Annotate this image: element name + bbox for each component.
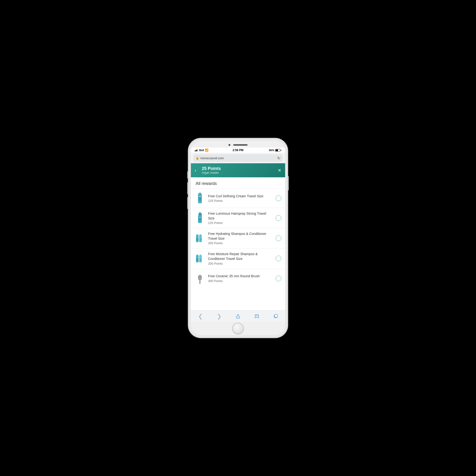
bar1 <box>195 151 195 151</box>
reward-info: Free Moisture Repair Shampoo & Condition… <box>208 252 273 265</box>
reward-points: 125 Points <box>208 199 273 203</box>
lock-icon: 🔒 <box>196 156 199 160</box>
reward-radio[interactable] <box>276 195 281 201</box>
reward-info: Free Hydrating Shampoo & Conditioner Tra… <box>208 232 273 245</box>
reward-name: Free Luminous Hairspray Strong Travel Si… <box>208 211 273 221</box>
svg-rect-25 <box>200 280 200 284</box>
svg-rect-8 <box>199 217 201 218</box>
reward-item[interactable]: Free Curl Defining Cream Travel Size 125… <box>191 188 285 208</box>
product-bottle-svg <box>196 212 204 224</box>
close-button[interactable]: ✕ <box>278 168 281 173</box>
wifi-icon: 📶 <box>205 149 208 152</box>
reward-image-hairspray <box>195 212 205 224</box>
bookmarks-button[interactable] <box>252 311 262 321</box>
reward-info: Free Ceramic 35 mm Round Brush 300 Point… <box>208 274 273 283</box>
svg-rect-3 <box>199 196 201 197</box>
volume-down-button <box>187 197 188 209</box>
status-left: Bell 📶 <box>195 149 208 152</box>
svg-rect-13 <box>200 235 202 236</box>
reward-image-curl-cream <box>195 192 205 204</box>
browser-back-button[interactable]: ❮ <box>196 311 205 321</box>
phone-top-hardware <box>191 141 285 148</box>
phone-screen: Bell 📶 2:56 PM 56% <box>191 141 285 335</box>
svg-rect-5 <box>199 213 202 216</box>
phone-bottom-hardware <box>191 322 285 335</box>
front-camera <box>228 144 230 146</box>
bar2 <box>196 150 196 151</box>
url-bar-area[interactable]: 🔒 moroccanoil.com ↻ <box>191 153 285 163</box>
header-center: 25 Points Argan Insider <box>200 166 278 174</box>
svg-rect-24 <box>200 258 202 258</box>
bar3 <box>197 150 197 151</box>
tabs-icon <box>273 314 278 319</box>
svg-rect-33 <box>275 314 277 317</box>
browser-forward-button[interactable]: ❯ <box>214 311 224 321</box>
reward-points: 125 Points <box>208 221 273 225</box>
reward-name: Free Moisture Repair Shampoo & Condition… <box>208 252 273 261</box>
reward-points: 200 Points <box>208 262 273 265</box>
url-bar[interactable]: 🔒 moroccanoil.com ↻ <box>193 154 283 162</box>
product-bottle-svg <box>196 272 204 284</box>
reward-item[interactable]: Free Hydrating Shampoo & Conditioner Tra… <box>191 228 285 248</box>
power-button <box>288 176 289 190</box>
reward-name: Free Hydrating Shampoo & Conditioner Tra… <box>208 232 273 241</box>
reward-name: Free Curl Defining Cream Travel Size <box>208 194 273 199</box>
svg-rect-21 <box>200 255 202 256</box>
svg-rect-12 <box>196 237 198 238</box>
tier-label: Argan Insider <box>202 171 278 174</box>
battery-fill <box>276 150 278 151</box>
share-icon <box>236 314 240 319</box>
battery-percent: 56% <box>269 149 274 152</box>
reward-radio[interactable] <box>276 255 281 261</box>
points-display: 25 Points <box>202 166 278 171</box>
reward-item[interactable]: Free Luminous Hairspray Strong Travel Si… <box>191 208 285 228</box>
signal-bars <box>195 149 198 151</box>
volume-up-button <box>187 182 188 194</box>
section-title: All rewards <box>191 177 285 188</box>
reward-item[interactable]: Free Moisture Repair Shampoo & Condition… <box>191 248 285 269</box>
reward-info: Free Luminous Hairspray Strong Travel Si… <box>208 211 273 225</box>
carrier-label: Bell <box>199 149 204 152</box>
reward-item[interactable]: Free Ceramic 35 mm Round Brush 300 Point… <box>191 269 285 288</box>
svg-rect-17 <box>196 255 198 256</box>
screen: Bell 📶 2:56 PM 56% <box>191 148 285 322</box>
tabs-button[interactable] <box>271 311 280 321</box>
reward-image-brush <box>195 272 205 285</box>
battery-body <box>275 149 280 152</box>
time-display: 2:56 PM <box>233 149 243 152</box>
reward-image-hydrating <box>195 232 205 244</box>
reward-info: Free Curl Defining Cream Travel Size 125… <box>208 194 273 203</box>
bar4 <box>198 149 198 151</box>
header-bar: ‹ 25 Points Argan Insider ✕ <box>191 163 285 177</box>
speaker-bar <box>233 144 248 146</box>
battery-tip <box>281 150 281 151</box>
product-bottle-svg <box>196 253 204 264</box>
svg-rect-16 <box>200 237 202 238</box>
browser-bar: ❮ ❯ <box>191 310 285 322</box>
share-button[interactable] <box>233 311 243 321</box>
svg-rect-0 <box>199 193 201 194</box>
reward-radio[interactable] <box>276 235 281 241</box>
mute-button <box>187 171 188 178</box>
bookmarks-icon <box>255 314 259 319</box>
back-button[interactable]: ‹ <box>195 168 200 173</box>
battery-indicator <box>275 149 281 152</box>
svg-rect-9 <box>196 235 198 236</box>
status-bar: Bell 📶 2:56 PM 56% <box>191 148 285 153</box>
status-right: 56% <box>269 149 281 152</box>
url-text: moroccanoil.com <box>200 156 224 160</box>
home-button[interactable] <box>232 323 244 334</box>
reward-points: 300 Points <box>208 279 273 283</box>
reward-image-moisture-repair <box>195 252 205 265</box>
product-bottle-svg <box>196 192 204 204</box>
reward-radio[interactable] <box>276 215 281 221</box>
reward-name: Free Ceramic 35 mm Round Brush <box>208 274 273 279</box>
svg-rect-20 <box>196 258 198 258</box>
reward-points: 200 Points <box>208 241 273 245</box>
refresh-button[interactable]: ↻ <box>277 156 280 160</box>
rewards-content: All rewards Free <box>191 177 285 310</box>
phone-frame: Bell 📶 2:56 PM 56% <box>188 138 288 338</box>
url-content: 🔒 moroccanoil.com <box>196 156 224 160</box>
product-bottle-svg <box>196 232 204 244</box>
reward-radio[interactable] <box>276 276 281 281</box>
